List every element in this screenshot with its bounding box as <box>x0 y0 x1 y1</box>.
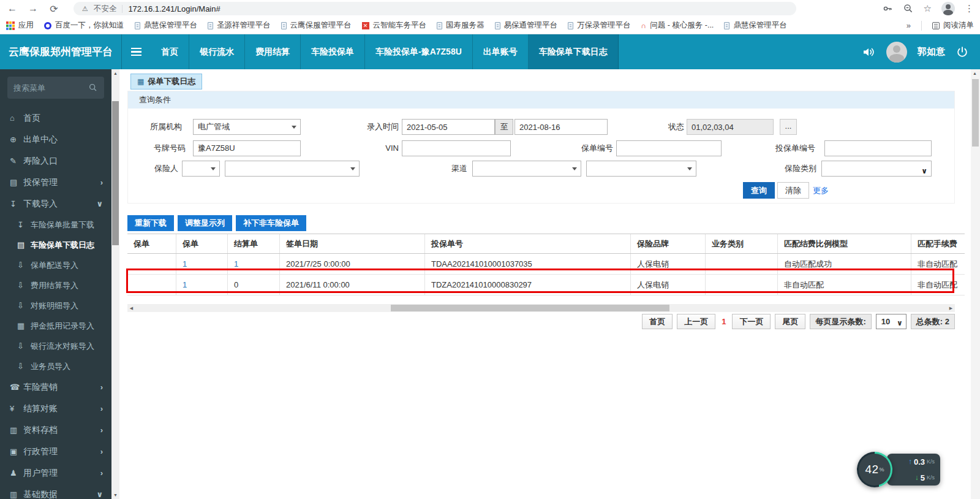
sidebar-item-deposit-record-import[interactable]: ▦押金抵用记录导入 <box>0 316 111 336</box>
first-page-button[interactable]: 首页 <box>642 314 673 329</box>
sidebar-item-admin-mgmt[interactable]: ▣行政管理› <box>0 441 111 462</box>
org-select[interactable]: 电广管域 <box>193 119 301 135</box>
apps-shortcut[interactable]: 应用 <box>6 20 34 31</box>
bookmark-item[interactable]: 国寿服务器 <box>437 20 484 31</box>
net-gauge-circle[interactable]: 42 % <box>857 452 892 487</box>
sidebar-item-user-mgmt[interactable]: ♟用户管理› <box>0 462 111 484</box>
entry-time-to-input[interactable] <box>514 119 608 135</box>
sidebar-search[interactable] <box>7 77 104 99</box>
scroll-up-icon[interactable]: ▲ <box>971 69 979 77</box>
channel-select-2[interactable] <box>586 161 696 177</box>
reading-list-button[interactable]: 阅读清单 <box>932 20 974 31</box>
volume-icon[interactable] <box>861 45 876 59</box>
sidebar-item-download-log[interactable]: ▤车险保单下载日志 <box>0 235 111 255</box>
sidebar-item-base-data[interactable]: ▥基础数据∨ <box>0 484 111 499</box>
sidebar-item-auto-marketing[interactable]: ☎车险营销› <box>0 376 111 398</box>
table-row[interactable]: 1 1 2021/7/25 0:00:00 TDAA20214101000103… <box>127 254 965 275</box>
bookmark-item[interactable]: 万保录管理平台 <box>568 20 631 31</box>
sidebar-item-life-entry[interactable]: ✎寿险入口 <box>0 150 111 172</box>
sidebar-item-recon-detail-import[interactable]: ⇩对账明细导入 <box>0 295 111 316</box>
horizontal-scrollbar[interactable]: ◀ ▶ <box>127 304 955 312</box>
forward-icon[interactable]: → <box>27 3 39 14</box>
policy-count-link[interactable]: 1 <box>176 254 228 274</box>
browser-profile-avatar[interactable] <box>941 2 955 15</box>
plate-input[interactable] <box>193 140 301 156</box>
scroll-down-icon[interactable]: ▼ <box>111 491 119 499</box>
status-input[interactable] <box>687 119 774 135</box>
sidebar-item-home[interactable]: ⌂首页 <box>0 107 111 129</box>
sidebar-item-archive[interactable]: ▥资料存档› <box>0 419 111 441</box>
sidebar-item-issue-center[interactable]: ⊕出单中心 <box>0 129 111 150</box>
bookmark-item[interactable]: ✕云智能车务平台 <box>362 20 427 31</box>
category-select[interactable]: ∨ <box>821 161 932 177</box>
policy-count-link[interactable]: 1 <box>176 275 228 295</box>
bookmark-item[interactable]: 易保通管理平台 <box>495 20 558 31</box>
bookmarks-overflow-chevron[interactable]: » <box>907 21 911 30</box>
user-avatar[interactable] <box>886 42 907 63</box>
sidebar-item-policy-delivery-import[interactable]: ⇩保单配送导入 <box>0 255 111 275</box>
menu-search-input[interactable] <box>13 83 88 93</box>
channel-select-1[interactable] <box>472 161 581 177</box>
key-icon[interactable] <box>882 3 893 14</box>
bookmark-label: 万保录管理平台 <box>577 20 631 31</box>
tab-issue-account[interactable]: 出单账号 <box>473 34 529 69</box>
tab-auto-proposal-plate[interactable]: 车险投保单-豫A7Z58U <box>365 34 473 69</box>
back-icon[interactable]: ← <box>6 3 18 14</box>
last-page-button[interactable]: 尾页 <box>775 314 805 329</box>
bookmark-item[interactable]: 鼎慧保管理平台 <box>135 20 198 31</box>
bookmark-item[interactable]: 圣源祥管理平台 <box>208 20 271 31</box>
bookmark-item[interactable]: 鼎慧保管理平台 <box>724 20 787 31</box>
bookmark-item[interactable]: 百度一下，你就知道 <box>44 20 124 31</box>
sidebar-item-settle-recon[interactable]: ¥结算对账› <box>0 398 111 419</box>
browser-menu-icon[interactable]: ⋮ <box>965 3 974 14</box>
search-button[interactable]: 查询 <box>743 182 775 199</box>
entry-time-from-input[interactable] <box>402 119 495 135</box>
bookmark-item[interactable]: 云鹰保服管理平台 <box>281 20 352 31</box>
sidebar-item-salesman-import[interactable]: ⇩业务员导入 <box>0 356 111 376</box>
per-page-select[interactable]: 10∨ <box>876 314 907 329</box>
tab-home[interactable]: 首页 <box>151 34 189 69</box>
tab-auto-proposal[interactable]: 车险投保单 <box>301 34 365 69</box>
more-link[interactable]: 更多 <box>813 182 829 199</box>
next-page-button[interactable]: 下一页 <box>732 314 771 329</box>
net-speed-panel[interactable]: ↑ 0.3 K/s ↓ 5 K/s <box>887 454 940 486</box>
reload-icon[interactable]: ⟳ <box>48 3 60 15</box>
scrollbar-thumb[interactable] <box>391 305 669 311</box>
page-tab-chip[interactable]: ▦ 保单下载日志 <box>130 74 202 90</box>
zoom-out-icon[interactable] <box>903 3 914 14</box>
settle-count-link[interactable]: 1 <box>228 254 280 274</box>
bookmark-star-icon[interactable]: ☆ <box>924 3 932 14</box>
sidebar-item-bank-recon-import[interactable]: ⇩银行流水对账导入 <box>0 336 111 356</box>
scroll-left-icon[interactable]: ◀ <box>127 304 135 312</box>
status-picker-button[interactable]: ... <box>780 119 797 135</box>
table-row[interactable]: 1 0 2021/6/11 0:00:00 TDZA20214101000083… <box>127 275 965 295</box>
download-icon: ↧ <box>10 199 23 208</box>
scroll-right-icon[interactable]: ▶ <box>947 304 955 312</box>
scroll-up-icon[interactable]: ▲ <box>111 69 119 77</box>
clear-button[interactable]: 清除 <box>777 182 809 199</box>
insurer-select-2[interactable] <box>225 161 360 177</box>
tab-fee-settlement[interactable]: 费用结算 <box>245 34 301 69</box>
logout-power-icon[interactable] <box>956 45 969 59</box>
backfill-nonauto-button[interactable]: 补下非车险保单 <box>236 215 306 231</box>
address-bar[interactable]: ⚠ 不安全 172.16.1.241/Login/Main# <box>74 2 796 15</box>
adjust-columns-button[interactable]: 调整显示列 <box>178 215 232 231</box>
sidebar-item-download-import[interactable]: ↧下载导入∨ <box>0 193 111 215</box>
sidebar-scrollbar[interactable]: ▲ ▼ <box>111 69 119 499</box>
insurer-select-1[interactable] <box>182 161 220 177</box>
policy-no-input[interactable] <box>616 140 722 156</box>
scrollbar-thumb[interactable] <box>112 101 119 245</box>
scrollbar-thumb[interactable] <box>972 79 979 147</box>
tab-bank-flow[interactable]: 银行流水 <box>189 34 245 69</box>
redownload-button[interactable]: 重新下载 <box>127 215 174 231</box>
tab-policy-download-log[interactable]: 车险保单下载日志 <box>529 34 619 69</box>
proposal-no-input[interactable] <box>824 140 932 156</box>
bookmark-item[interactable]: ∩问题 - 核心服务 -... <box>641 20 714 31</box>
vin-input[interactable] <box>402 140 511 156</box>
hamburger-menu-icon[interactable] <box>122 34 151 69</box>
sidebar-item-fee-settle-import[interactable]: ⇩费用结算导入 <box>0 275 111 295</box>
sidebar-item-batch-download[interactable]: ↧车险保单批量下载 <box>0 215 111 235</box>
page-scrollbar[interactable]: ▲ <box>971 69 980 499</box>
prev-page-button[interactable]: 上一页 <box>677 314 715 329</box>
sidebar-item-insure-mgmt[interactable]: ▤投保管理› <box>0 172 111 193</box>
